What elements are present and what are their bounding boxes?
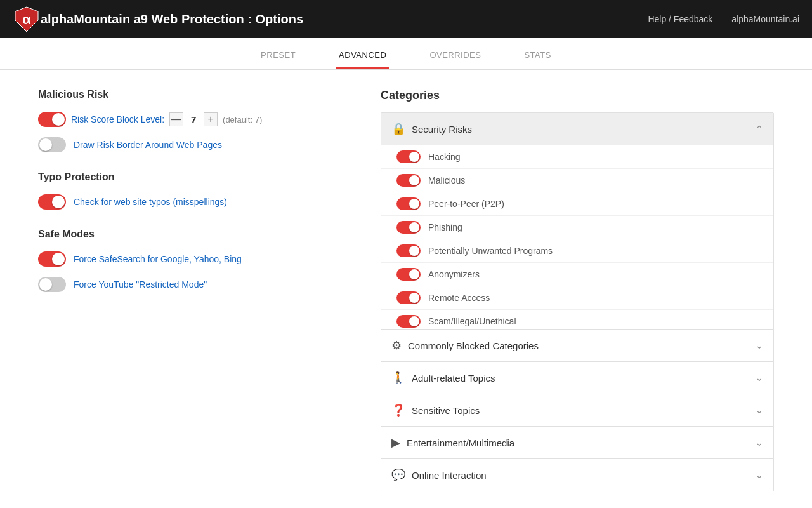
risk-score-value: 7 <box>188 114 199 125</box>
adult-related-section: 🚶 Adult-related Topics ⌄ <box>381 362 773 394</box>
category-item-toggle[interactable] <box>396 244 421 257</box>
safesearch-label: Force SafeSearch for Google, Yahoo, Bing <box>74 254 242 264</box>
adult-related-icon: 🚶 <box>391 371 405 385</box>
entertainment-header[interactable]: ▶ Entertainment/Multimedia ⌄ <box>381 427 773 459</box>
svg-text:α: α <box>22 11 31 27</box>
app-logo: α <box>13 5 41 33</box>
list-item: Potentially Unwanted Programs <box>381 239 773 263</box>
typo-protection-title: Typo Protection <box>38 171 343 183</box>
category-item-label: Anonymizers <box>428 269 480 279</box>
sensitive-topics-label: Sensitive Topics <box>412 405 756 416</box>
category-item-toggle[interactable] <box>396 315 421 328</box>
nav-tabs: PRESET ADVANCED OVERRIDES STATS <box>0 38 812 70</box>
right-panel: Categories 🔒 Security Risks ⌃ HackingMal… <box>381 89 774 508</box>
category-item-toggle[interactable] <box>396 221 421 234</box>
left-panel: Malicious Risk Risk Score Block Level: —… <box>38 89 343 508</box>
sensitive-topics-section: ❓ Sensitive Topics ⌄ <box>381 394 773 427</box>
security-risks-label: Security Risks <box>412 124 756 135</box>
category-item-label: Scam/Illegal/Unethical <box>428 316 516 326</box>
youtube-restricted-toggle[interactable] <box>38 277 66 292</box>
tab-advanced[interactable]: ADVANCED <box>336 43 389 69</box>
safesearch-toggle[interactable] <box>38 251 66 267</box>
entertainment-section: ▶ Entertainment/Multimedia ⌄ <box>381 427 773 459</box>
category-item-label: Hacking <box>428 152 461 162</box>
commonly-blocked-chevron: ⌄ <box>756 340 763 351</box>
safesearch-row: Force SafeSearch for Google, Yahoo, Bing <box>38 251 343 267</box>
categories-title: Categories <box>381 89 774 102</box>
risk-score-toggle[interactable] <box>38 112 66 127</box>
typo-check-row: Check for web site typos (misspellings) <box>38 194 343 210</box>
typo-protection-section: Typo Protection Check for web site typos… <box>38 171 343 210</box>
adult-related-chevron: ⌄ <box>756 373 763 383</box>
youtube-restricted-label: Force YouTube "Restricted Mode" <box>74 279 207 290</box>
help-feedback-link[interactable]: Help / Feedback <box>648 14 712 24</box>
tab-overrides[interactable]: OVERRIDES <box>427 43 483 69</box>
security-risks-body: HackingMaliciousPeer-to-Peer (P2P)Phishi… <box>381 145 773 330</box>
category-item-toggle[interactable] <box>396 291 421 304</box>
draw-border-toggle[interactable] <box>38 137 66 152</box>
adult-related-header[interactable]: 🚶 Adult-related Topics ⌄ <box>381 362 773 394</box>
online-interaction-header[interactable]: 💬 Online Interaction ⌄ <box>381 459 773 491</box>
app-title: alphaMountain a9 Web Protection : Option… <box>41 12 648 27</box>
tab-stats[interactable]: STATS <box>521 43 553 69</box>
risk-minus-button[interactable]: — <box>169 112 183 126</box>
commonly-blocked-label: Commonly Blocked Categories <box>408 340 756 351</box>
main-content: Malicious Risk Risk Score Block Level: —… <box>0 70 812 508</box>
site-link[interactable]: alphaMountain.ai <box>731 14 799 24</box>
app-header: α alphaMountain a9 Web Protection : Opti… <box>0 0 812 38</box>
youtube-restricted-row: Force YouTube "Restricted Mode" <box>38 277 343 292</box>
list-item: Remote Access <box>381 286 773 310</box>
risk-plus-button[interactable]: + <box>204 112 218 126</box>
risk-default-label: (default: 7) <box>223 115 262 124</box>
malicious-risk-section: Malicious Risk Risk Score Block Level: —… <box>38 89 343 152</box>
categories-container: 🔒 Security Risks ⌃ HackingMaliciousPeer-… <box>381 112 774 491</box>
tab-preset[interactable]: PRESET <box>258 43 298 69</box>
entertainment-label: Entertainment/Multimedia <box>407 438 756 448</box>
online-interaction-section: 💬 Online Interaction ⌄ <box>381 459 773 491</box>
list-item: Anonymizers <box>381 263 773 286</box>
online-interaction-icon: 💬 <box>391 468 405 482</box>
list-item: Phishing <box>381 216 773 239</box>
sensitive-topics-chevron: ⌄ <box>756 405 763 415</box>
list-item: Peer-to-Peer (P2P) <box>381 192 773 216</box>
category-item-label: Phishing <box>428 222 462 232</box>
entertainment-icon: ▶ <box>391 436 400 450</box>
commonly-blocked-icon: ⚙ <box>391 338 402 352</box>
list-item: Malicious <box>381 169 773 192</box>
category-item-toggle[interactable] <box>396 174 421 187</box>
list-item: Scam/Illegal/Unethical <box>381 310 773 330</box>
online-interaction-label: Online Interaction <box>412 470 756 481</box>
category-item-toggle[interactable] <box>396 268 421 281</box>
category-item-label: Remote Access <box>428 293 490 303</box>
entertainment-chevron: ⌄ <box>756 438 763 448</box>
category-item-label: Peer-to-Peer (P2P) <box>428 199 504 209</box>
malicious-risk-title: Malicious Risk <box>38 89 343 100</box>
list-item: Hacking <box>381 145 773 169</box>
category-item-label: Potentially Unwanted Programs <box>428 246 553 256</box>
typo-check-label: Check for web site typos (misspellings) <box>74 197 227 207</box>
commonly-blocked-header[interactable]: ⚙ Commonly Blocked Categories ⌄ <box>381 330 773 362</box>
commonly-blocked-section: ⚙ Commonly Blocked Categories ⌄ <box>381 330 773 362</box>
security-risks-section: 🔒 Security Risks ⌃ HackingMaliciousPeer-… <box>381 113 773 330</box>
safe-modes-title: Safe Modes <box>38 229 343 240</box>
security-risks-chevron: ⌃ <box>756 124 763 134</box>
draw-border-label: Draw Risk Border Around Web Pages <box>74 140 222 150</box>
security-risks-header[interactable]: 🔒 Security Risks ⌃ <box>381 113 773 145</box>
category-item-toggle[interactable] <box>396 150 421 163</box>
safe-modes-section: Safe Modes Force SafeSearch for Google, … <box>38 229 343 292</box>
typo-check-toggle[interactable] <box>38 194 66 210</box>
sensitive-topics-header[interactable]: ❓ Sensitive Topics ⌄ <box>381 394 773 427</box>
adult-related-label: Adult-related Topics <box>412 373 756 384</box>
risk-score-label: Risk Score Block Level: <box>71 114 164 124</box>
category-item-toggle[interactable] <box>396 197 421 210</box>
sensitive-topics-icon: ❓ <box>391 403 405 417</box>
draw-border-row: Draw Risk Border Around Web Pages <box>38 137 343 152</box>
security-risks-icon: 🔒 <box>391 122 405 136</box>
risk-score-row: Risk Score Block Level: — 7 + (default: … <box>38 112 343 127</box>
category-item-label: Malicious <box>428 175 465 185</box>
online-interaction-chevron: ⌄ <box>756 470 763 480</box>
header-links: Help / Feedback alphaMountain.ai <box>648 14 799 24</box>
